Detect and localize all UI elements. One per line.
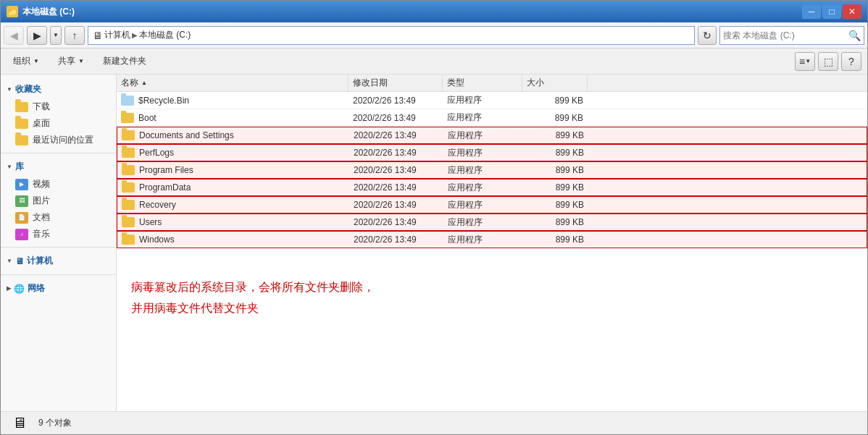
network-label: 网络 bbox=[28, 282, 45, 295]
search-icon: 🔍 bbox=[848, 30, 861, 41]
close-button[interactable]: ✕ bbox=[843, 4, 861, 19]
file-size-cell: 899 KB bbox=[523, 214, 588, 230]
status-computer-icon: 🖥 bbox=[9, 415, 30, 432]
file-size-cell: 899 KB bbox=[523, 145, 588, 161]
file-size-cell: 899 KB bbox=[522, 109, 588, 126]
computer-label: 计算机 bbox=[27, 255, 53, 267]
file-size-cell: 899 KB bbox=[523, 180, 588, 195]
share-button[interactable]: 共享 ▼ bbox=[51, 51, 91, 72]
refresh-button[interactable]: ↻ bbox=[698, 26, 717, 45]
help-button[interactable]: ? bbox=[841, 52, 861, 71]
table-row[interactable]: Program Files2020/2/26 13:49应用程序899 KB bbox=[117, 161, 867, 179]
back-button[interactable]: ◀ bbox=[4, 26, 24, 45]
breadcrumb-drive: 本地磁盘 (C:) bbox=[139, 29, 191, 41]
file-size-cell: 899 KB bbox=[523, 162, 588, 178]
minimize-button[interactable]: ─ bbox=[802, 4, 821, 19]
table-row[interactable]: PerfLogs2020/2/26 13:49应用程序899 KB bbox=[117, 144, 867, 161]
col-name-label: 名称 bbox=[121, 77, 138, 89]
folder-icon bbox=[122, 200, 135, 210]
sidebar-favorites-header[interactable]: ▼ 收藏夹 bbox=[1, 80, 116, 98]
sidebar-item-photo[interactable]: 🖼 图片 bbox=[1, 193, 116, 209]
download-label: 下载 bbox=[33, 101, 50, 113]
sidebar-item-recent[interactable]: 最近访问的位置 bbox=[1, 132, 116, 148]
file-date-cell: 2020/2/26 13:49 bbox=[349, 197, 443, 213]
file-type-cell: 应用程序 bbox=[443, 145, 523, 161]
sidebar-network-header[interactable]: ▶ 🌐 网络 bbox=[1, 279, 116, 297]
table-row[interactable]: Boot2020/2/26 13:49应用程序899 KB bbox=[117, 109, 867, 127]
col-header-type[interactable]: 类型 bbox=[443, 75, 522, 91]
file-date-cell: 2020/2/26 13:49 bbox=[349, 127, 443, 143]
address-field[interactable]: 🖥 计算机 ▶ 本地磁盘 (C:) bbox=[88, 26, 695, 45]
window-icon: 📁 bbox=[7, 6, 18, 17]
file-date-cell: 2020/2/26 13:49 bbox=[349, 109, 443, 126]
maximize-button[interactable]: □ bbox=[822, 4, 841, 19]
preview-pane-button[interactable]: ⬚ bbox=[818, 52, 838, 71]
file-name: PerfLogs bbox=[139, 148, 174, 158]
table-row[interactable]: ProgramData2020/2/26 13:49应用程序899 KB bbox=[117, 179, 867, 196]
up-button[interactable]: ↑ bbox=[64, 26, 85, 45]
organize-dropdown-icon: ▼ bbox=[33, 58, 39, 64]
window-title: 本地磁盘 (C:) bbox=[22, 6, 75, 18]
sidebar-divider-3 bbox=[1, 274, 116, 275]
folder-icon bbox=[122, 148, 135, 158]
new-folder-button[interactable]: 新建文件夹 bbox=[96, 51, 153, 72]
view-button[interactable]: ≡ ▼ bbox=[795, 52, 815, 71]
main-window: 📁 本地磁盘 (C:) ─ □ ✕ ◀ ▶ ▼ ↑ 🖥 计算机 ▶ 本地磁盘 (… bbox=[0, 0, 868, 435]
nav-dropdown-button[interactable]: ▼ bbox=[50, 26, 62, 45]
file-date-cell: 2020/2/26 13:49 bbox=[349, 162, 443, 178]
toolbar-right: ≡ ▼ ⬚ ? bbox=[795, 52, 861, 71]
col-header-date[interactable]: 修改日期 bbox=[349, 75, 443, 91]
desktop-label: 桌面 bbox=[33, 117, 50, 130]
file-name: Users bbox=[139, 217, 162, 227]
folder-icon bbox=[121, 113, 134, 123]
sidebar-item-music[interactable]: ♪ 音乐 bbox=[1, 226, 116, 242]
sidebar: ▼ 收藏夹 下载 桌面 最近访问的位置 bbox=[1, 75, 117, 411]
sidebar-item-video[interactable]: ▶ 视频 bbox=[1, 176, 116, 193]
recent-folder-icon bbox=[15, 135, 28, 146]
sidebar-item-download[interactable]: 下载 bbox=[1, 98, 116, 115]
sidebar-item-document[interactable]: 📄 文档 bbox=[1, 209, 116, 226]
organize-button[interactable]: 组织 ▼ bbox=[7, 51, 46, 72]
file-name-cell: Windows bbox=[117, 232, 349, 248]
table-row[interactable]: Recovery2020/2/26 13:49应用程序899 KB bbox=[117, 196, 867, 214]
search-input[interactable] bbox=[723, 30, 846, 41]
share-dropdown-icon: ▼ bbox=[78, 58, 84, 64]
folder-icon bbox=[122, 235, 135, 245]
file-name-cell: PerfLogs bbox=[117, 145, 349, 161]
forward-button[interactable]: ▶ bbox=[27, 26, 47, 45]
col-header-name[interactable]: 名称 ▲ bbox=[117, 75, 349, 91]
desktop-folder-icon bbox=[15, 118, 28, 130]
col-header-size[interactable]: 大小 bbox=[522, 75, 588, 91]
sidebar-computer-header[interactable]: ▼ 🖥 计算机 bbox=[1, 252, 116, 270]
file-type-cell: 应用程序 bbox=[443, 127, 523, 143]
file-type-cell: 应用程序 bbox=[443, 109, 522, 126]
file-name: Boot bbox=[138, 113, 157, 123]
file-type-cell: 应用程序 bbox=[443, 197, 523, 213]
file-date-cell: 2020/2/26 13:49 bbox=[349, 92, 443, 109]
file-name: Windows bbox=[139, 235, 175, 245]
pane-icon: ⬚ bbox=[824, 56, 833, 67]
table-row[interactable]: Windows2020/2/26 13:49应用程序899 KB bbox=[117, 231, 867, 248]
status-count: 9 个对象 bbox=[38, 417, 72, 429]
library-arrow-icon: ▼ bbox=[7, 164, 12, 170]
sidebar-item-desktop[interactable]: 桌面 bbox=[1, 115, 116, 132]
file-name: $Recycle.Bin bbox=[138, 96, 189, 106]
folder-icon bbox=[122, 182, 135, 193]
table-row[interactable]: Users2020/2/26 13:49应用程序899 KB bbox=[117, 214, 867, 231]
main-content: ▼ 收藏夹 下载 桌面 最近访问的位置 bbox=[1, 75, 867, 411]
help-icon: ? bbox=[848, 56, 854, 67]
search-box[interactable]: 🔍 bbox=[719, 26, 864, 45]
favorites-arrow-icon: ▼ bbox=[7, 86, 12, 93]
breadcrumb: 🖥 计算机 ▶ 本地磁盘 (C:) bbox=[93, 29, 191, 41]
table-row[interactable]: $Recycle.Bin2020/2/26 13:49应用程序899 KB bbox=[117, 92, 867, 109]
photo-icon: 🖼 bbox=[15, 195, 28, 207]
document-icon: 📄 bbox=[15, 212, 28, 224]
recent-label: 最近访问的位置 bbox=[33, 134, 93, 146]
file-size-cell: 899 KB bbox=[523, 127, 588, 143]
file-type-cell: 应用程序 bbox=[443, 214, 523, 230]
sidebar-library-header[interactable]: ▼ 库 bbox=[1, 158, 116, 176]
file-size-cell: 899 KB bbox=[523, 197, 588, 213]
col-sort-arrow-icon: ▲ bbox=[141, 80, 147, 86]
table-row[interactable]: Documents and Settings2020/2/26 13:49应用程… bbox=[117, 127, 867, 144]
folder-icon bbox=[122, 217, 135, 227]
